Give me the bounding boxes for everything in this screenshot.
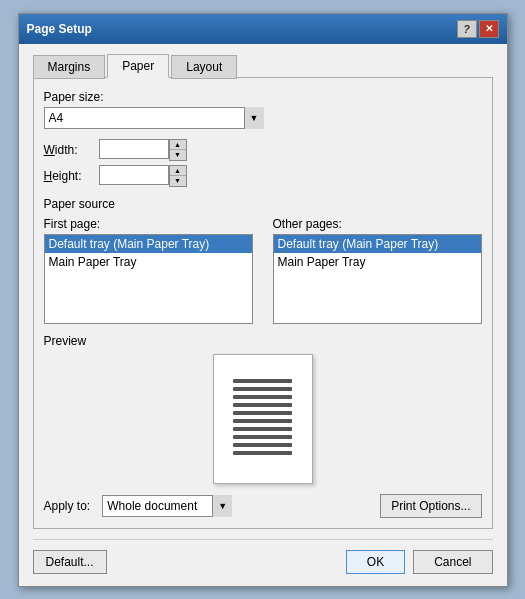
preview-lines xyxy=(225,369,300,469)
height-spin-down[interactable]: ▼ xyxy=(170,176,186,186)
preview-section: Preview xyxy=(44,334,482,484)
cancel-button[interactable]: Cancel xyxy=(413,550,492,574)
height-spin-up[interactable]: ▲ xyxy=(170,166,186,176)
preview-line-2 xyxy=(233,387,292,391)
paper-size-select[interactable]: A4 Letter Legal A3 xyxy=(44,107,264,129)
other-pages-listbox[interactable]: Default tray (Main Paper Tray) Main Pape… xyxy=(273,234,482,324)
dialog-title: Page Setup xyxy=(27,22,92,36)
paper-size-label: Paper size: xyxy=(44,90,104,104)
width-input[interactable]: 8.27" xyxy=(99,139,169,159)
height-spinner-buttons: ▲ ▼ xyxy=(169,165,187,187)
ok-button[interactable]: OK xyxy=(346,550,405,574)
title-bar: Page Setup ? ✕ xyxy=(19,14,507,44)
first-page-item-1[interactable]: Main Paper Tray xyxy=(45,253,252,271)
preview-line-3 xyxy=(233,395,292,399)
page-setup-dialog: Page Setup ? ✕ Margins Paper Layout Pape… xyxy=(18,13,508,587)
preview-line-7 xyxy=(233,427,292,431)
height-spinner: 11.69" ▲ ▼ xyxy=(99,165,187,187)
tab-paper[interactable]: Paper xyxy=(107,54,169,78)
preview-line-1 xyxy=(233,379,292,383)
preview-line-6 xyxy=(233,419,292,423)
width-spin-up[interactable]: ▲ xyxy=(170,140,186,150)
first-page-item-0[interactable]: Default tray (Main Paper Tray) xyxy=(45,235,252,253)
title-bar-controls: ? ✕ xyxy=(457,20,499,38)
paper-source-label: Paper source xyxy=(44,197,482,211)
action-row: Default... OK Cancel xyxy=(33,539,493,574)
help-button[interactable]: ? xyxy=(457,20,477,38)
preview-line-5 xyxy=(233,411,292,415)
width-label: Width: xyxy=(44,143,99,157)
width-spin-down[interactable]: ▼ xyxy=(170,150,186,160)
other-pages-label: Other pages: xyxy=(273,217,482,231)
default-button[interactable]: Default... xyxy=(33,550,107,574)
tab-layout[interactable]: Layout xyxy=(171,55,237,79)
paper-size-group: Paper size: A4 Letter Legal A3 ▼ xyxy=(44,90,482,129)
source-row: First page: Default tray (Main Paper Tra… xyxy=(44,217,482,324)
apply-to-label: Apply to: xyxy=(44,499,91,513)
dialog-body: Margins Paper Layout Paper size: A4 Lett… xyxy=(19,44,507,586)
first-page-col: First page: Default tray (Main Paper Tra… xyxy=(44,217,253,324)
paper-size-row: A4 Letter Legal A3 ▼ xyxy=(44,107,482,129)
preview-line-4 xyxy=(233,403,292,407)
first-page-label: First page: xyxy=(44,217,253,231)
paper-source-group: Paper source First page: Default tray (M… xyxy=(44,197,482,324)
print-options-button[interactable]: Print Options... xyxy=(380,494,481,518)
other-pages-col: Other pages: Default tray (Main Paper Tr… xyxy=(273,217,482,324)
height-input[interactable]: 11.69" xyxy=(99,165,169,185)
preview-label: Preview xyxy=(44,334,482,348)
width-spinner: 8.27" ▲ ▼ xyxy=(99,139,187,161)
width-row: Width: 8.27" ▲ ▼ xyxy=(44,139,482,161)
other-pages-item-1[interactable]: Main Paper Tray xyxy=(274,253,481,271)
action-right: OK Cancel xyxy=(346,550,493,574)
other-pages-item-0[interactable]: Default tray (Main Paper Tray) xyxy=(274,235,481,253)
height-row: Height: 11.69" ▲ ▼ xyxy=(44,165,482,187)
close-button[interactable]: ✕ xyxy=(479,20,499,38)
preview-box xyxy=(213,354,313,484)
apply-to-select[interactable]: Whole document This section This point f… xyxy=(102,495,232,517)
height-label: Height: xyxy=(44,169,99,183)
first-page-listbox[interactable]: Default tray (Main Paper Tray) Main Pape… xyxy=(44,234,253,324)
preview-line-8 xyxy=(233,435,292,439)
width-spinner-buttons: ▲ ▼ xyxy=(169,139,187,161)
apply-to-select-wrapper: Whole document This section This point f… xyxy=(102,495,232,517)
preview-line-10 xyxy=(233,451,292,455)
tab-content-paper: Paper size: A4 Letter Legal A3 ▼ Wid xyxy=(33,77,493,529)
paper-size-select-wrapper: A4 Letter Legal A3 ▼ xyxy=(44,107,264,129)
apply-to-row: Apply to: Whole document This section Th… xyxy=(44,494,482,518)
tab-bar: Margins Paper Layout xyxy=(33,54,493,78)
preview-line-9 xyxy=(233,443,292,447)
tab-margins[interactable]: Margins xyxy=(33,55,106,79)
